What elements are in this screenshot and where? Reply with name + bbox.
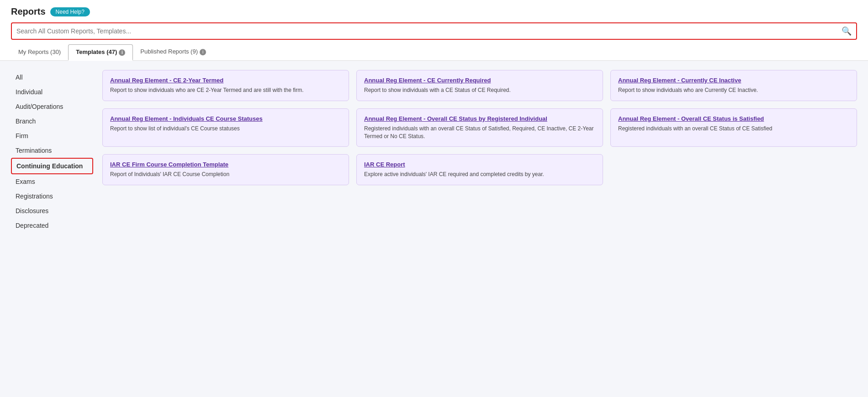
report-card-card-2[interactable]: Annual Reg Element - CE Currently Requir… — [356, 70, 603, 101]
tab-published-reports[interactable]: Published Reports (9)i — [133, 44, 213, 60]
report-grid: Annual Reg Element - CE 2-Year TermedRep… — [102, 70, 857, 389]
sidebar: AllIndividualAudit/OperationsBranchFirmT… — [11, 70, 93, 389]
report-card-title-card-4[interactable]: Annual Reg Element - Individuals CE Cour… — [110, 115, 341, 122]
info-icon-templates[interactable]: i — [119, 49, 125, 56]
report-card-card-1[interactable]: Annual Reg Element - CE 2-Year TermedRep… — [102, 70, 349, 101]
tab-my-reports[interactable]: My Reports (30) — [11, 44, 68, 60]
search-bar: 🔍 — [11, 22, 857, 40]
sidebar-item-continuing-education[interactable]: Continuing Education — [11, 158, 93, 174]
info-icon-published-reports[interactable]: i — [200, 49, 206, 55]
report-card-title-card-1[interactable]: Annual Reg Element - CE 2-Year Termed — [110, 77, 341, 84]
report-card-card-3[interactable]: Annual Reg Element - Currently CE Inacti… — [610, 70, 857, 101]
tab-templates[interactable]: Templates (47)i — [68, 44, 133, 61]
sidebar-item-exams[interactable]: Exams — [11, 174, 93, 189]
report-card-desc-card-4: Report to show list of individual's CE C… — [110, 125, 341, 133]
sidebar-item-branch[interactable]: Branch — [11, 114, 93, 129]
report-card-card-8[interactable]: IAR CE ReportExplore active individuals'… — [356, 154, 603, 185]
report-card-card-5[interactable]: Annual Reg Element - Overall CE Status b… — [356, 108, 603, 147]
report-card-title-card-6[interactable]: Annual Reg Element - Overall CE Status i… — [618, 115, 849, 122]
sidebar-item-disclosures[interactable]: Disclosures — [11, 204, 93, 218]
report-card-desc-card-3: Report to show individuals who are Curre… — [618, 86, 849, 94]
search-input[interactable] — [16, 27, 842, 35]
report-card-desc-card-1: Report to show individuals who are CE 2-… — [110, 86, 341, 94]
report-card-card-7[interactable]: IAR CE Firm Course Completion TemplateRe… — [102, 154, 349, 185]
report-card-title-card-3[interactable]: Annual Reg Element - Currently CE Inacti… — [618, 77, 849, 84]
report-card-desc-card-8: Explore active individuals' IAR CE requi… — [364, 171, 595, 178]
report-card-title-card-7[interactable]: IAR CE Firm Course Completion Template — [110, 161, 341, 168]
report-card-desc-card-2: Report to show individuals with a CE Sta… — [364, 86, 595, 94]
sidebar-item-terminations[interactable]: Terminations — [11, 143, 93, 158]
search-icon[interactable]: 🔍 — [842, 26, 852, 36]
report-card-desc-card-5: Registered individuals with an overall C… — [364, 125, 595, 140]
report-card-card-4[interactable]: Annual Reg Element - Individuals CE Cour… — [102, 108, 349, 147]
report-card-title-card-2[interactable]: Annual Reg Element - CE Currently Requir… — [364, 77, 595, 84]
sidebar-item-audit-operations[interactable]: Audit/Operations — [11, 99, 93, 114]
tabs-row: My Reports (30)Templates (47)iPublished … — [11, 44, 857, 60]
report-card-card-6[interactable]: Annual Reg Element - Overall CE Status i… — [610, 108, 857, 147]
report-card-title-card-8[interactable]: IAR CE Report — [364, 161, 595, 168]
sidebar-item-all[interactable]: All — [11, 70, 93, 85]
sidebar-item-individual[interactable]: Individual — [11, 85, 93, 99]
sidebar-item-deprecated[interactable]: Deprecated — [11, 218, 93, 233]
sidebar-item-registrations[interactable]: Registrations — [11, 189, 93, 204]
page-title: Reports — [11, 6, 46, 17]
sidebar-item-firm[interactable]: Firm — [11, 129, 93, 143]
report-card-title-card-5[interactable]: Annual Reg Element - Overall CE Status b… — [364, 115, 595, 122]
report-card-desc-card-6: Registered individuals with an overall C… — [618, 125, 849, 133]
need-help-button[interactable]: Need Help? — [50, 7, 90, 16]
report-card-desc-card-7: Report of Individuals' IAR CE Course Com… — [110, 171, 341, 178]
